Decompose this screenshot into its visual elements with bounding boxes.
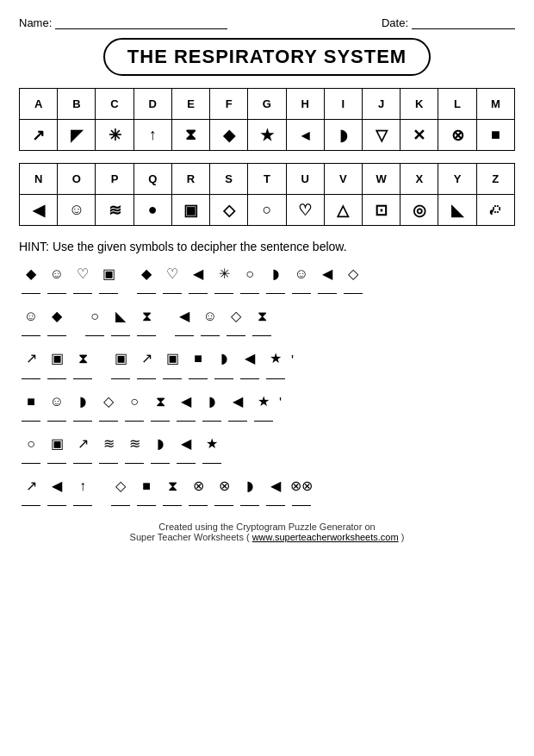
sym-cell: ⧗ (160, 478, 184, 506)
symbol-row-1: ↗ ◤ ✳ ↑ ⧗ ◆ ★ ◂ ◗ ▽ ✕ ⊗ ■ (20, 120, 515, 151)
sym-cell: ◣ (109, 308, 133, 336)
sym-G: ★ (248, 120, 286, 151)
sym-cell: ↑ (71, 478, 95, 506)
sym-cell: ★ (264, 350, 288, 378)
sym-cell: ◗ (264, 266, 288, 294)
letter-W: W (362, 164, 400, 195)
sym-W: ⊡ (362, 195, 400, 226)
sym-F: ◆ (210, 120, 248, 151)
sym-cell: ⊗ (186, 478, 210, 506)
cipher-table-1: A B C D E F G H I J K L M ↗ ◤ ✳ ↑ ⧗ ◆ ★ … (19, 88, 515, 151)
sym-L: ⊗ (438, 120, 476, 151)
puzzle-row-6: ↗ ◀ ↑ ◇ ■ ⧗ ⊗ ⊗ ◗ ◀ ⊗⊗ (19, 478, 515, 506)
letter-V: V (324, 164, 362, 195)
sym-cell: ↗ (19, 350, 43, 378)
sym-cell: ◀ (45, 478, 69, 506)
sym-Y: ◣ (438, 195, 476, 226)
page-title: THE RESPIRATORY SYSTEM (103, 38, 431, 76)
sym-cell: ◇ (224, 308, 248, 336)
sym-J: ▽ (362, 120, 400, 151)
sym-V: △ (324, 195, 362, 226)
sym-cell: ✳ (212, 266, 236, 294)
letter-Q: Q (134, 164, 171, 195)
letter-I: I (324, 89, 362, 120)
sym-cell: ★ (251, 393, 276, 422)
sym-cell: ↗ (71, 435, 95, 464)
puzzle-line-5a: ○ ▣ ↗ ≋ ≋ ◗ ◀ ★ (19, 435, 515, 464)
sym-cell: ○ (83, 308, 107, 336)
sym-cell: ◀ (226, 393, 250, 422)
letter-G: G (248, 89, 286, 120)
sym-cell: ⧗ (148, 393, 172, 422)
letter-H: H (286, 89, 324, 120)
letter-row-2: N O P Q R S T U V W X Y Z (20, 164, 515, 195)
sym-cell: ◆ (19, 266, 43, 294)
letter-R: R (171, 164, 209, 195)
letter-M: M (476, 89, 514, 120)
sym-cell: ≋ (122, 435, 146, 464)
sym-U: ♡ (286, 195, 324, 226)
name-date-row: Name: Date: (19, 16, 515, 29)
sym-E: ⧗ (171, 120, 209, 151)
puzzle-row-2: ☺ ◆ ○ ◣ ⧗ ◀ ☺ ◇ ⧗ (19, 308, 515, 336)
sym-M: ■ (476, 120, 514, 151)
sym-X: ◎ (400, 195, 438, 226)
sym-cell: ▣ (96, 266, 121, 294)
sym-cell: ◗ (212, 350, 236, 378)
sym-B: ◤ (58, 120, 96, 151)
sym-cell: ◗ (71, 393, 95, 422)
sym-cell: ↗ (134, 350, 158, 378)
sym-H: ◂ (286, 120, 324, 151)
puzzle-line-3a: ↗ ▣ ⧗ ▣ ↗ ▣ ■ ◗ ◀ ★ ' (19, 350, 515, 378)
sym-cell: ○ (122, 393, 146, 422)
letter-J: J (362, 89, 400, 120)
letter-row-1: A B C D E F G H I J K L M (20, 89, 515, 120)
sym-P: ≋ (96, 195, 134, 226)
sym-cell: ▣ (160, 350, 184, 378)
letter-X: X (400, 164, 438, 195)
sym-cell: ♡ (71, 266, 95, 294)
symbol-row-2: ◀ ☺ ≋ ● ▣ ◇ ○ ♡ △ ⊡ ◎ ◣ ꩻ (20, 195, 515, 226)
name-input[interactable] (55, 16, 227, 29)
sym-cell: ⧗ (250, 308, 274, 336)
sym-Q: ● (134, 195, 171, 226)
sym-cell: ◀ (238, 350, 262, 378)
name-label: Name: (19, 16, 52, 29)
letter-N: N (20, 164, 58, 195)
sym-N: ◀ (20, 195, 58, 226)
footer: Created using the Cryptogram Puzzle Gene… (19, 522, 515, 542)
date-input[interactable] (412, 16, 515, 29)
cipher-table-2: N O P Q R S T U V W X Y Z ◀ ☺ ≋ ● ▣ ◇ ○ … (19, 163, 515, 226)
footer-link[interactable]: www.superteacherworksheets.com (252, 532, 399, 542)
letter-C: C (96, 89, 134, 120)
sym-cell: ☺ (19, 308, 43, 336)
letter-O: O (58, 164, 96, 195)
letter-E: E (171, 89, 209, 120)
sym-cell: ■ (19, 393, 43, 422)
sym-cell: ◀ (172, 308, 196, 336)
letter-D: D (134, 89, 171, 120)
sym-cell: ▣ (109, 350, 133, 378)
sym-cell: ◇ (109, 478, 133, 506)
sym-D: ↑ (134, 120, 171, 151)
puzzle-row-1: ◆ ☺ ♡ ▣ ◆ ♡ ◀ ✳ ○ ◗ ☺ ◀ ◇ (19, 266, 515, 294)
name-field: Name: (19, 16, 227, 29)
sym-cell: ▣ (45, 350, 69, 378)
sym-A: ↗ (20, 120, 58, 151)
letter-A: A (20, 89, 58, 120)
sym-cell: ☺ (45, 393, 69, 422)
sym-cell: ◀ (264, 478, 288, 506)
sym-cell: ○ (238, 266, 262, 294)
sym-cell: ○ (19, 435, 43, 464)
date-label: Date: (382, 16, 408, 29)
sym-cell: ☺ (198, 308, 222, 336)
sym-cell: ◗ (238, 478, 262, 506)
sym-cell: ⧗ (134, 308, 158, 336)
sym-cell: ☺ (289, 266, 314, 294)
sym-K: ✕ (400, 120, 438, 151)
sym-cell: ◗ (148, 435, 172, 464)
sym-cell: ◇ (341, 266, 365, 294)
apostrophe: ' (279, 396, 282, 411)
sym-R: ▣ (171, 195, 209, 226)
date-field: Date: (382, 16, 515, 29)
